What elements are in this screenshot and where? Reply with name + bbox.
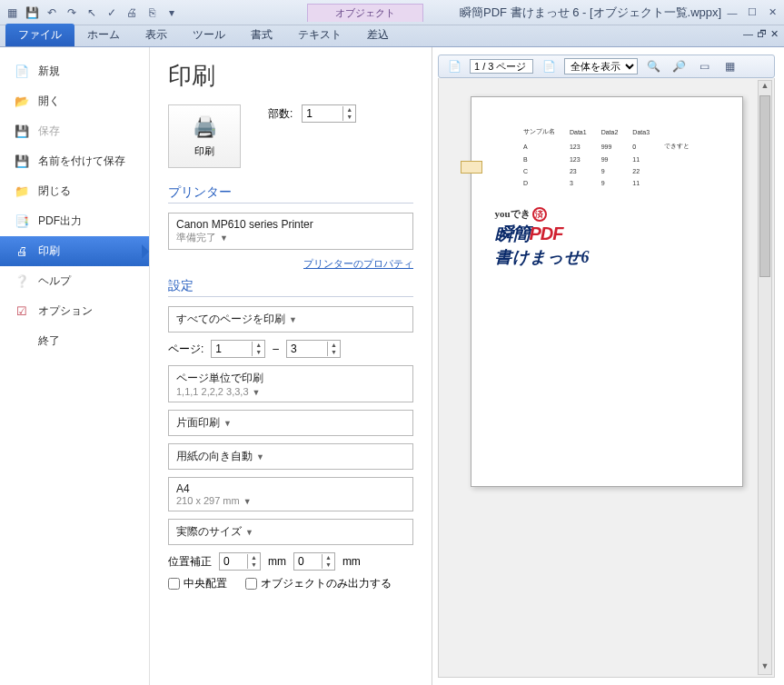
spin-up-icon[interactable]: ▲ — [253, 342, 264, 349]
paper-label: A4 — [176, 482, 405, 495]
page-to-input[interactable] — [287, 341, 327, 357]
tab-text[interactable]: テキスト — [285, 24, 354, 46]
check-icon[interactable]: ✓ — [104, 5, 120, 21]
copies-input[interactable] — [303, 105, 342, 122]
objects-only-checkbox-input[interactable] — [245, 578, 257, 590]
ribbon-minimize-icon[interactable]: — — [743, 28, 753, 40]
print-icon[interactable]: 🖨 — [124, 5, 140, 21]
tab-view[interactable]: 表示 — [133, 24, 180, 46]
menu-pdf-export[interactable]: 📑 PDF出力 — [0, 206, 149, 236]
sample-table: サンプル名Data1Data2Data3 A1239990できすと B12399… — [516, 124, 697, 189]
fit-icon[interactable]: ▭ — [694, 57, 714, 75]
print-menu-icon: 🖨 — [15, 244, 29, 259]
prev-page-button[interactable]: 📄 — [444, 57, 464, 75]
options-icon: ☑ — [15, 304, 29, 319]
zoom-in-icon[interactable]: 🔍 — [643, 57, 663, 75]
chevron-down-icon: ▼ — [256, 452, 264, 462]
spin-down-icon[interactable]: ▼ — [253, 349, 264, 356]
print-range-select[interactable]: すべてのページを印刷▼ — [168, 306, 413, 333]
orientation-select[interactable]: 用紙の向き自動▼ — [168, 443, 413, 470]
page-indicator-input[interactable] — [470, 59, 533, 74]
next-page-button[interactable]: 📄 — [539, 57, 559, 75]
spin-down-icon[interactable]: ▼ — [248, 561, 260, 569]
minimize-icon[interactable]: — — [724, 5, 740, 20]
zoom-out-icon[interactable]: 🔎 — [669, 57, 689, 75]
page-label: ページ: — [168, 342, 203, 357]
offset-y-input[interactable] — [294, 553, 322, 570]
menu-new-label: 新規 — [38, 64, 60, 79]
printer-status: 準備完了 — [176, 232, 216, 243]
offset-x-input[interactable] — [220, 553, 247, 570]
menu-exit[interactable]: 終了 — [0, 326, 149, 356]
offset-row: 位置補正 ▲▼ mm ▲▼ mm — [168, 552, 413, 571]
collate-select[interactable]: ページ単位で印刷 1,1,1 2,2,2 3,3,3▼ — [168, 365, 413, 402]
redo-icon[interactable]: ↷ — [64, 5, 80, 21]
scale-select[interactable]: 実際のサイズ▼ — [168, 519, 413, 545]
spin-up-icon[interactable]: ▲ — [323, 554, 334, 561]
scroll-up-icon[interactable]: ▲ — [759, 81, 771, 94]
spin-down-icon[interactable]: ▼ — [328, 349, 340, 356]
print-button[interactable]: 🖨️ 印刷 — [168, 104, 241, 168]
tab-tool[interactable]: ツール — [180, 24, 238, 46]
scroll-thumb[interactable] — [759, 95, 770, 277]
undo-icon[interactable]: ↶ — [44, 5, 60, 21]
multi-page-icon[interactable]: ▦ — [719, 57, 739, 75]
chevron-down-icon: ▼ — [223, 419, 232, 428]
printer-icon: 🖨️ — [193, 115, 217, 139]
save-icon[interactable]: 💾 — [24, 5, 40, 21]
printer-select[interactable]: Canon MP610 series Printer 準備完了▼ — [168, 213, 413, 250]
menu-open-label: 開く — [38, 94, 60, 109]
center-checkbox-input[interactable] — [168, 578, 180, 590]
menu-pdf-label: PDF出力 — [38, 213, 82, 229]
menu-save-as[interactable]: 💾 名前を付けて保存 — [0, 146, 149, 176]
tab-format[interactable]: 書式 — [238, 24, 285, 46]
spin-up-icon[interactable]: ▲ — [248, 554, 260, 561]
center-checkbox[interactable]: 中央配置 — [168, 576, 227, 591]
spin-up-icon[interactable]: ▲ — [328, 342, 340, 349]
menu-close[interactable]: 📁 閉じる — [0, 176, 149, 206]
page-range-row: ページ: ▲▼ – ▲▼ — [168, 340, 413, 358]
menu-help[interactable]: ❔ ヘルプ — [0, 266, 149, 296]
tab-merge[interactable]: 差込 — [354, 24, 402, 46]
tab-home[interactable]: ホーム — [74, 24, 133, 46]
maximize-icon[interactable]: ☐ — [744, 5, 760, 20]
offset-y-spinner[interactable]: ▲▼ — [293, 552, 335, 571]
chevron-down-icon: ▼ — [243, 497, 252, 506]
print-title: 印刷 — [168, 60, 413, 92]
spin-up-icon[interactable]: ▲ — [343, 106, 355, 114]
offset-x-spinner[interactable]: ▲▼ — [219, 552, 261, 571]
offset-label: 位置補正 — [168, 554, 212, 570]
menu-save[interactable]: 💾 保存 — [0, 116, 149, 146]
print-panel: 印刷 🖨️ 印刷 部数: ▲▼ プリンター Canon MP610 series… — [150, 47, 432, 685]
export-icon[interactable]: ⎘ — [144, 5, 160, 21]
page-from-input[interactable] — [212, 341, 252, 357]
menu-new[interactable]: 📄 新規 — [0, 56, 149, 86]
menu-open[interactable]: 📂 開く — [0, 86, 149, 116]
zoom-select[interactable]: 全体を表示 — [564, 58, 638, 74]
close-icon[interactable]: ✕ — [764, 5, 780, 20]
ribbon-restore-icon[interactable]: 🗗 — [757, 28, 767, 40]
menu-print[interactable]: 🖨 印刷 — [0, 236, 149, 266]
qat-dropdown-icon[interactable]: ▾ — [164, 5, 180, 21]
vertical-scrollbar[interactable]: ▲ ▼ — [758, 80, 772, 675]
scroll-down-icon[interactable]: ▼ — [759, 661, 771, 674]
chevron-down-icon: ▼ — [289, 315, 297, 324]
objects-only-checkbox[interactable]: オブジェクトのみ出力する — [245, 576, 392, 591]
stamp-icon: 済 — [532, 207, 547, 222]
menu-help-label: ヘルプ — [38, 273, 71, 289]
menu-options[interactable]: ☑ オプション — [0, 296, 149, 326]
duplex-select[interactable]: 片面印刷▼ — [168, 410, 413, 436]
spin-down-icon[interactable]: ▼ — [343, 114, 355, 121]
pdf-icon: 📑 — [15, 214, 29, 229]
printer-properties-link[interactable]: プリンターのプロパティ — [303, 258, 413, 269]
spin-down-icon[interactable]: ▼ — [323, 561, 334, 569]
collate-label: ページ単位で印刷 — [176, 371, 405, 386]
page-to-spinner[interactable]: ▲▼ — [286, 340, 341, 358]
paper-select[interactable]: A4 210 x 297 mm▼ — [168, 477, 413, 511]
tab-file[interactable]: ファイル — [5, 24, 74, 46]
titlebar: ▦ 💾 ↶ ↷ ↖ ✓ 🖨 ⎘ ▾ オブジェクト 瞬簡PDF 書けまっせ 6 -… — [0, 0, 784, 25]
ribbon-close-icon[interactable]: ✕ — [770, 28, 779, 40]
copies-spinner[interactable]: ▲▼ — [302, 104, 356, 123]
pointer-icon[interactable]: ↖ — [84, 5, 100, 21]
page-from-spinner[interactable]: ▲▼ — [211, 340, 265, 358]
